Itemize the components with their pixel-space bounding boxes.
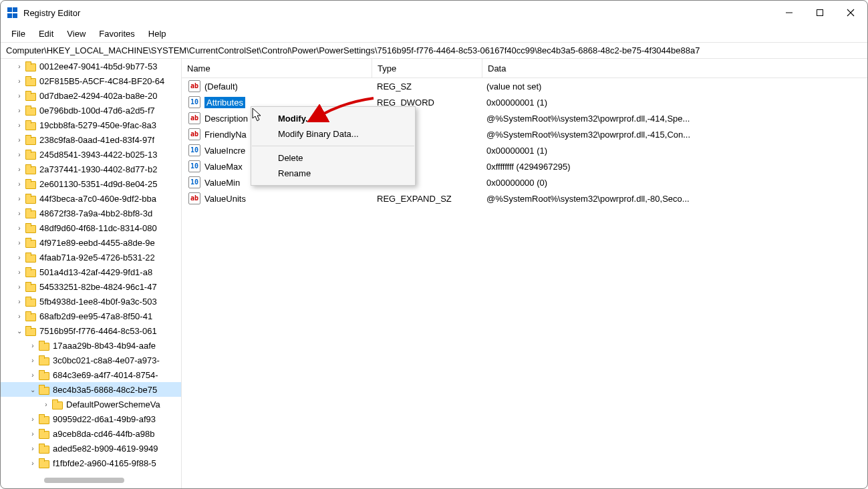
tree-item[interactable]: ⌄7516b95f-f776-4464-8c53-061 (1, 323, 181, 338)
reg-string-icon: ab (188, 112, 200, 124)
folder-icon (51, 398, 63, 410)
chevron-down-icon[interactable]: ⌄ (27, 386, 38, 393)
tree-item[interactable]: ›48672f38-7a9a-4bb2-8bf8-3d (1, 206, 181, 220)
tree-item[interactable]: ›17aaa29b-8b43-4b94-aafe (1, 338, 181, 353)
tree-item[interactable]: ›0d7dbae2-4294-402a-ba8e-20 (1, 88, 181, 103)
folder-icon (25, 104, 37, 116)
folder-icon (25, 266, 37, 278)
tree-item-label: 0012ee47-9041-4b5d-9b77-53 (39, 61, 157, 71)
folder-icon (25, 178, 37, 190)
value-data: @%SystemRoot%\system32\powrprof.dll,-80,… (481, 194, 726, 204)
tree-item-label: 7516b95f-f776-4464-8c53-061 (39, 326, 157, 336)
tree-item-label: 2e601130-5351-4d9d-8e04-25 (39, 179, 157, 189)
col-data[interactable]: Data (482, 59, 727, 77)
tree-item[interactable]: ›19cbb8fa-5279-450e-9fac-8a3 (1, 118, 181, 132)
chevron-right-icon[interactable]: › (14, 166, 25, 173)
menu-view[interactable]: View (60, 27, 92, 40)
titlebar[interactable]: Registry Editor (1, 1, 867, 25)
chevron-right-icon[interactable]: › (27, 430, 38, 438)
tree-item[interactable]: ›f1fbfde2-a960-4165-9f88-5 (1, 456, 181, 470)
tree-h-scrollbar[interactable] (21, 478, 174, 483)
chevron-right-icon[interactable]: › (27, 342, 38, 349)
chevron-right-icon[interactable]: › (14, 269, 25, 276)
tree-item[interactable]: ›2a737441-1930-4402-8d77-b2 (1, 162, 181, 176)
regedit-icon (7, 7, 18, 18)
chevron-down-icon[interactable]: ⌄ (14, 327, 25, 335)
tree-scroll[interactable]: ›0012ee47-9041-4b5d-9b77-53›02F815B5-A5C… (1, 59, 181, 488)
tree-item-label: 4faab71a-92e5-4726-b531-22 (39, 253, 155, 263)
tree-item[interactable]: ›90959d22-d6a1-49b9-af93 (1, 412, 181, 426)
chevron-right-icon[interactable]: › (14, 107, 25, 114)
tree-item[interactable]: ›501a4d13-42af-4429-9fd1-a8 (1, 265, 181, 279)
tree-item[interactable]: ›02F815B5-A5CF-4C84-BF20-64 (1, 73, 181, 88)
minimize-button[interactable] (774, 1, 805, 25)
chevron-right-icon[interactable]: › (14, 122, 25, 129)
tree-item[interactable]: ⌄8ec4b3a5-6868-48c2-be75 (1, 382, 181, 397)
folder-icon (25, 295, 37, 307)
chevron-right-icon[interactable]: › (14, 136, 25, 144)
tree-item[interactable]: ›684c3e69-a4f7-4014-8754- (1, 367, 181, 382)
tree-item[interactable]: ›DefaultPowerSchemeVa (1, 397, 181, 412)
chevron-right-icon[interactable]: › (14, 92, 25, 100)
chevron-right-icon[interactable]: › (27, 445, 38, 452)
tree-item-label: aded5e82-b909-4619-9949 (53, 444, 158, 454)
chevron-right-icon[interactable]: › (27, 371, 38, 379)
chevron-right-icon[interactable]: › (14, 63, 25, 70)
tree-item[interactable]: ›245d8541-3943-4422-b025-13 (1, 147, 181, 162)
chevron-right-icon[interactable]: › (14, 254, 25, 261)
tree-item[interactable]: ›44f3beca-a7c0-460e-9df2-bba (1, 191, 181, 206)
tree-item[interactable]: ›54533251-82be-4824-96c1-47 (1, 279, 181, 294)
close-button[interactable] (835, 1, 866, 25)
chevron-right-icon[interactable]: › (14, 239, 25, 247)
menu-help[interactable]: Help (142, 27, 173, 40)
tree-item[interactable]: ›238c9fa8-0aad-41ed-83f4-97f (1, 132, 181, 147)
tree-item[interactable]: ›3c0bc021-c8a8-4e07-a973- (1, 353, 181, 367)
tree-item[interactable]: ›0012ee47-9041-4b5d-9b77-53 (1, 59, 181, 73)
chevron-right-icon[interactable]: › (14, 210, 25, 217)
tree-item[interactable]: ›48df9d60-4f68-11dc-8314-080 (1, 220, 181, 235)
chevron-right-icon[interactable]: › (14, 151, 25, 158)
cm-rename[interactable]: Rename (251, 166, 415, 181)
cm-delete[interactable]: Delete (251, 150, 415, 166)
chevron-right-icon[interactable]: › (27, 357, 38, 364)
tree-item[interactable]: ›0e796bdb-100d-47d6-a2d5-f7 (1, 103, 181, 118)
value-data: 0x00000001 (1) (481, 98, 726, 108)
chevron-right-icon[interactable]: › (14, 313, 25, 320)
chevron-right-icon[interactable]: › (14, 180, 25, 188)
cm-modify[interactable]: Modify... (251, 111, 415, 126)
tree-item[interactable]: ›2e601130-5351-4d9d-8e04-25 (1, 176, 181, 191)
col-type[interactable]: Type (372, 59, 482, 77)
chevron-right-icon[interactable]: › (27, 416, 38, 423)
chevron-right-icon[interactable]: › (41, 401, 51, 408)
value-row[interactable]: abValueUnitsREG_EXPAND_SZ@%SystemRoot%\s… (182, 190, 867, 206)
chevron-right-icon[interactable]: › (14, 298, 25, 305)
tree-item-label: DefaultPowerSchemeVa (66, 399, 160, 410)
value-name: ValueIncre (204, 146, 245, 156)
value-row[interactable]: ab(Default)REG_SZ(value not set) (182, 78, 867, 94)
menu-favorites[interactable]: Favorites (92, 27, 141, 40)
reg-binary-icon: 10 (188, 96, 200, 108)
chevron-right-icon[interactable]: › (14, 224, 25, 232)
value-name: ValueUnits (204, 194, 246, 204)
menu-edit[interactable]: Edit (32, 27, 60, 40)
tree-pane: ›0012ee47-9041-4b5d-9b77-53›02F815B5-A5C… (1, 59, 182, 488)
tree-item[interactable]: ›a9ceb8da-cd46-44fb-a98b (1, 426, 181, 441)
address-bar[interactable]: Computer\HKEY_LOCAL_MACHINE\SYSTEM\Curre… (1, 43, 867, 59)
chevron-right-icon[interactable]: › (14, 77, 25, 85)
tree-item[interactable]: ›4faab71a-92e5-4726-b531-22 (1, 250, 181, 265)
col-name[interactable]: Name (182, 59, 372, 77)
chevron-right-icon[interactable]: › (14, 195, 25, 202)
tree-item[interactable]: ›4f971e89-eebd-4455-a8de-9e (1, 235, 181, 250)
cm-modify-binary[interactable]: Modify Binary Data... (251, 126, 415, 142)
chevron-right-icon[interactable]: › (27, 460, 38, 467)
tree-item[interactable]: ›5fb4938d-1ee8-4b0f-9a3c-503 (1, 294, 181, 309)
tree-item[interactable]: ›aded5e82-b909-4619-9949 (1, 441, 181, 456)
value-data: 0x00000000 (0) (481, 178, 726, 188)
cm-separator (252, 146, 414, 146)
tree-item[interactable]: ›68afb2d9-ee95-47a8-8f50-41 (1, 309, 181, 323)
maximize-button[interactable] (805, 1, 835, 25)
reg-binary-icon: 10 (188, 160, 200, 172)
chevron-right-icon[interactable]: › (14, 283, 25, 291)
menu-file[interactable]: File (5, 27, 32, 40)
tree-item-label: 17aaa29b-8b43-4b94-aafe (53, 341, 156, 351)
